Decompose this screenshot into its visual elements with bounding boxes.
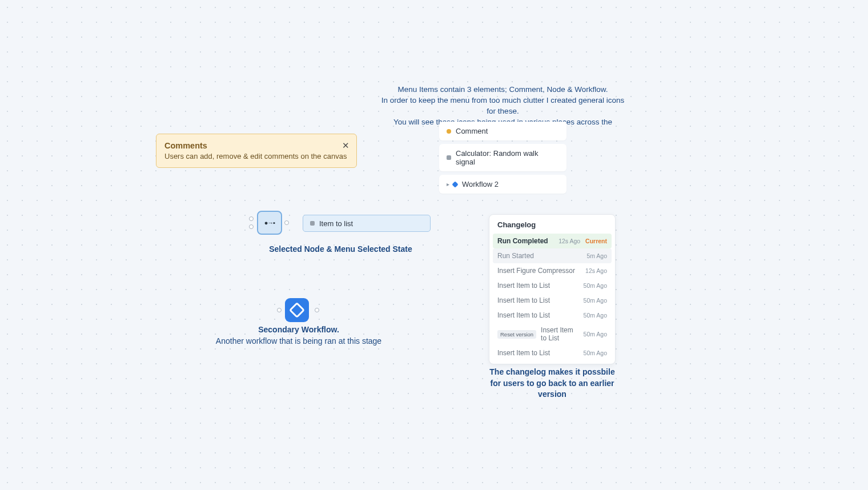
menu-item-comment[interactable]: Comment [439,122,566,140]
changelog-item-time: 12s Ago [558,238,580,244]
changelog-row[interactable]: Run Started5m Ago [493,248,612,263]
node-glyph-icon: ●→▪ [264,219,275,226]
node-icon [447,155,451,160]
menu-item-calculator[interactable]: Calculator: Random walk signal [439,144,566,171]
workflow-node-group [277,298,323,321]
comments-title: Comments [164,141,348,150]
changelog-item-time: 5m Ago [586,252,607,259]
changelog-item-time: 50m Ago [584,312,607,319]
node-port[interactable] [249,224,254,229]
changelog-item-name: Run Completed [497,237,555,245]
menu-item-workflow[interactable]: ▸ Workflow 2 [439,175,566,194]
changelog-row[interactable]: Insert Figure Compressor12s Ago [493,263,612,278]
current-badge: Current [585,238,607,244]
changelog-item-time: 50m Ago [584,297,607,304]
workflow-node[interactable] [285,298,309,322]
annotation-line: Secondary Workflow. [213,324,384,336]
changelog-item-name: Insert Figure Compressor [497,267,582,275]
workflow-icon [452,181,458,187]
annotation-line: Another workflow that is being ran at th… [213,336,384,347]
comments-card: ✕ Comments Users can add, remove & edit … [156,134,357,168]
changelog-row[interactable]: Insert Item to List50m Ago [493,278,612,293]
comment-icon [447,129,451,134]
annotation-line: In order to keep the menu from too much … [379,95,627,117]
changelog-row[interactable]: Insert Item to List50m Ago [493,346,612,360]
reset-version-badge[interactable]: Reset version [497,330,536,339]
node-port[interactable] [315,308,319,312]
changelog-row[interactable]: Reset versionInsert Item to List50m Ago [493,323,612,346]
changelog-row[interactable]: Run Completed12s AgoCurrent [493,234,612,248]
changelog-title: Changelog [493,220,612,234]
changelog-item-name: Insert Item to List [497,282,580,290]
annotation-secondary-workflow: Secondary Workflow. Another workflow tha… [213,324,384,347]
annotation-line: Menu Items contain 3 elements; Comment, … [379,85,627,95]
changelog-item-time: 12s Ago [585,267,607,274]
changelog-item-name: Insert Item to List [497,349,580,357]
changelog-item-time: 50m Ago [584,331,607,338]
selected-node-group: ●→▪ Item to list [247,211,435,239]
changelog-row[interactable]: Insert Item to List50m Ago [493,293,612,308]
menu-item-label: Item to list [319,219,353,228]
node-port[interactable] [249,216,254,221]
comments-desc: Users can add, remove & edit comments on… [164,152,348,160]
changelog-item-name: Insert Item to List [497,296,580,304]
changelog-item-time: 50m Ago [584,350,607,356]
menu-item-label: Comment [456,127,488,135]
changelog-item-time: 50m Ago [584,282,607,289]
changelog-item-name: Insert Item to List [541,326,580,342]
changelog-item-name: Insert Item to List [497,311,580,319]
menu-item-label: Workflow 2 [462,180,499,188]
menu-list: Comment Calculator: Random walk signal ▸… [439,122,566,194]
changelog-item-name: Run Started [497,252,583,260]
chevron-right-icon: ▸ [447,181,449,187]
node-icon [310,221,315,226]
node-port[interactable] [277,308,282,312]
node-port[interactable] [284,220,289,225]
node-item-to-list[interactable]: ●→▪ [257,211,282,235]
workflow-diamond-icon [289,302,305,318]
annotation-selected-node: Selected Node & Menu Selected State [246,244,436,255]
menu-item-selected[interactable]: Item to list [303,215,431,232]
close-icon[interactable]: ✕ [342,141,349,150]
annotation-changelog: The changelog makes it possbile for user… [487,367,618,400]
menu-item-label: Calculator: Random walk signal [456,149,559,166]
changelog-row[interactable]: Insert Item to List50m Ago [493,308,612,323]
changelog-panel: Changelog Run Completed12s AgoCurrentRun… [489,214,616,364]
